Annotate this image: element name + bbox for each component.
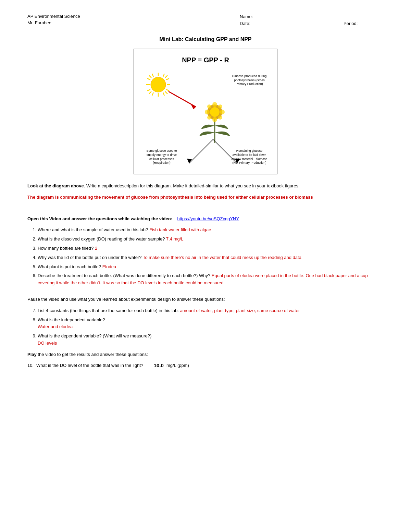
svg-line-11 [147,89,150,91]
section1-prompt-rest: Write a caption/description for this dia… [85,183,299,188]
list-item: How many bottles are filled? 2 [38,245,384,252]
svg-line-9 [163,74,164,77]
name-line: Name: [240,14,384,19]
list-item: Why was the lid of the bottle put on und… [38,254,384,261]
svg-point-24 [205,110,210,114]
list-item: What is the dissolved oxygen (DO) readin… [38,236,384,243]
play-label: Play [27,352,37,357]
name-field[interactable] [255,14,344,19]
list-item: What is the independent variable? Water … [38,317,384,331]
plant-icon [194,88,235,143]
q1-answer: Fish tank water filled with algae [149,227,211,232]
section4-play-line: Play the video to get the results and an… [27,351,384,358]
header-left: AP Environmental Science Mr. Farabee [27,14,80,26]
q2-text: What is the dissolved oxygen (DO) readin… [38,236,166,242]
svg-point-16 [151,77,166,92]
q7-answer: amount of water, plant type, plant size,… [180,308,300,313]
pause-questions-list: List 4 constants (the things that are th… [38,307,384,347]
svg-line-17 [169,91,196,107]
period-label: Period: [344,21,358,26]
svg-point-27 [218,104,222,109]
section2-prompt-line: Open this Video and answer the questions… [27,215,384,223]
section2-bold-prompt: Open this Video and answer the questions… [27,216,172,221]
list-item: Describe the treatment to each bottle. (… [38,272,384,287]
svg-line-12 [166,78,169,80]
npp-formula: NPP = GPP - R [141,56,270,64]
list-item: List 4 constants (the things that are th… [38,307,384,314]
q4-text: Why was the lid of the bottle put on und… [38,255,143,260]
svg-marker-32 [187,159,192,163]
diagram-label-top: Glucose produced during photosynthesis (… [231,74,268,86]
q3-answer: 2 [95,246,97,251]
date-field[interactable] [252,21,341,26]
svg-point-25 [220,110,225,114]
svg-point-28 [207,115,211,120]
teacher-label: Mr. Farabee [27,20,80,25]
q10-num: 10. [27,363,34,368]
q9-text: What is the dependent variable? (What wi… [38,333,151,338]
section1-answer: The diagram is communicating the movemen… [27,194,384,201]
q1-text: Where and what is the sample of water us… [38,227,149,232]
diagram-label-bottom-left: Some glucose used to supply energy to dr… [143,149,180,165]
svg-point-22 [212,102,217,107]
list-item: Where and what is the sample of water us… [38,226,384,234]
q8-text: What is the independent variable? [38,317,105,322]
course-label: AP Environmental Science [27,14,80,19]
q4-answer: To make sure there’s no air in the water… [143,255,301,260]
q10-text: What is the DO level of the bottle that … [36,363,143,368]
svg-line-4 [149,75,151,78]
svg-line-6 [165,75,167,78]
svg-point-26 [207,104,211,109]
section1-prompt: Look at the diagram above. Write a capti… [27,183,384,190]
svg-line-7 [149,91,151,94]
play-rest: the video to get the results and answer … [37,352,148,357]
svg-line-10 [147,78,150,80]
q6-text: Describe the treatment to each bottle. (… [38,273,212,278]
video-link[interactable]: https://youtu.be/voSQZcqgYNY [177,216,239,221]
q3-text: How many bottles are filled? [38,246,95,251]
list-item: What is the dependent variable? (What wi… [38,333,384,347]
q8-answer: Water and elodea [38,324,73,329]
q10-line: 10. What is the DO level of the bottle t… [27,362,384,368]
diagram-label-bottom-right: Remaining glucose available to be laid d… [231,149,268,165]
diagram-inner: Glucose produced during photosynthesis (… [141,71,270,167]
svg-line-15 [163,92,164,96]
header: AP Environmental Science Mr. Farabee Nam… [27,14,384,26]
video-questions-list: Where and what is the sample of water us… [38,226,384,287]
date-period-line: Date: Period: [240,21,384,26]
svg-point-23 [212,117,217,122]
svg-point-29 [218,115,222,120]
q10-answer: 10.0 [154,362,164,368]
q5-answer: Elodea [102,264,116,269]
q10-unit: mg/L (ppm) [166,363,189,368]
svg-line-30 [189,139,213,163]
diagram-container: NPP = GPP - R [134,49,277,174]
date-label: Date: [240,21,250,26]
q7-text: List 4 constants (the things that are th… [38,308,180,313]
header-right: Name: Date: Period: [240,14,384,26]
q2-answer: 7.4 mg/L [166,236,184,242]
page-title: Mini Lab: Calculating GPP and NPP [27,36,384,42]
name-label: Name: [240,14,253,19]
svg-point-21 [210,107,220,117]
section3-intro: Pause the video and use what you’ve lear… [27,296,384,303]
period-field[interactable] [360,21,380,26]
q9-answer: DO levels [38,341,57,346]
svg-line-8 [152,74,153,77]
svg-line-14 [152,92,153,96]
list-item: What plant is put in each bottle? Elodea [38,263,384,271]
section1-bold-prompt: Look at the diagram above. [27,183,85,188]
q5-text: What plant is put in each bottle? [38,264,102,269]
